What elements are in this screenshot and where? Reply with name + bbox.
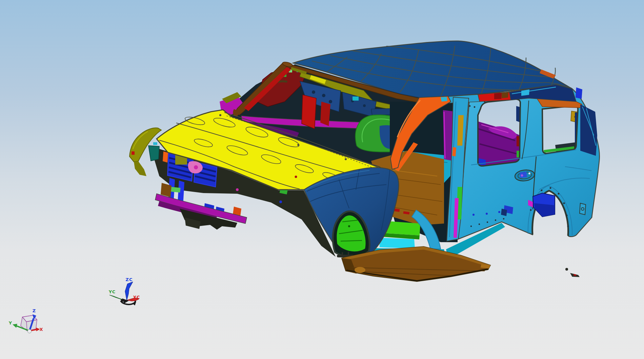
abs-csys-origin-ball[interactable] [28, 330, 32, 333]
loose-bracket-parts [565, 268, 580, 277]
scene-canvas: ZC YC XC Z Y X [0, 0, 644, 359]
abs-z-label: Z [33, 308, 36, 313]
wcs-z-label: ZC [126, 277, 133, 282]
cad-graphics-viewport[interactable]: ZC YC XC Z Y X [0, 0, 644, 359]
wcs-y-label: YC [108, 289, 116, 294]
wcs-triad[interactable]: ZC YC XC [108, 277, 140, 305]
abs-y-label: Y [8, 320, 12, 325]
wcs-z-axis-arrow[interactable] [125, 282, 133, 300]
absolute-csys-triad[interactable]: Z Y X [8, 308, 43, 333]
wcs-x-label: XC [133, 295, 140, 300]
abs-x-label: X [39, 327, 43, 332]
car-body-model[interactable] [129, 41, 600, 281]
